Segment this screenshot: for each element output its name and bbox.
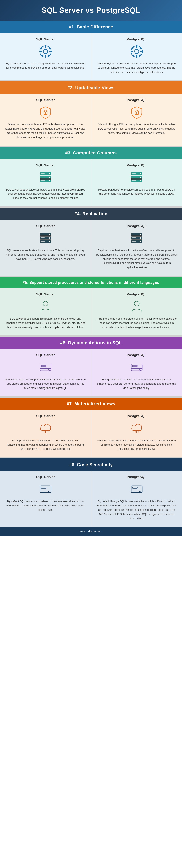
col-text-right-updateable-views: Views in PostgreSQL can be updated but n… (96, 122, 177, 135)
svg-rect-61 (132, 241, 136, 242)
svg-rect-79 (133, 487, 137, 488)
section-case-sensitivity: #8. Case Sensitivity SQL Server By defau… (0, 458, 182, 527)
svg-point-31 (49, 180, 50, 181)
col-text-left-stored-procedures: SQL server does support this feature. It… (5, 317, 86, 329)
section-header-case-sensitivity: #8. Case Sensitivity (0, 458, 182, 471)
section-title-stored-procedures: #5. Support stored procedures and stored… (4, 280, 178, 285)
icon-left-materialized-views (38, 421, 52, 436)
col-text-right-computed-columns: PostgreSQL does not provide computed col… (96, 188, 177, 196)
col-header-left-materialized-views: SQL Server (36, 414, 54, 418)
page-header: SQL Server vs PostgreSQL (0, 0, 182, 21)
icon-right-case-sensitivity (130, 482, 144, 496)
col-header-right-stored-procedures: PostgreSQL (126, 292, 146, 297)
section-body-case-sensitivity: SQL Server By default SQL server is cons… (0, 471, 182, 527)
svg-point-62 (43, 301, 48, 306)
icon-right-replication (130, 231, 144, 245)
svg-rect-34 (41, 180, 45, 181)
col-left-basic-difference: SQL Server SQL server is a database mana… (0, 33, 91, 80)
svg-point-30 (49, 177, 50, 178)
section-stored-procedures: #5. Support stored procedures and stored… (0, 277, 182, 337)
svg-point-47 (49, 234, 50, 235)
col-text-right-replication: Replication in Postgres is in the form o… (96, 248, 177, 270)
page-title: SQL Server vs PostgreSQL (4, 6, 178, 14)
section-materialized-views: #7. Materialized Views SQL Server Yes, i… (0, 398, 182, 458)
section-header-computed-columns: #3. Computed Columns (0, 147, 182, 159)
col-left-stored-procedures: SQL Server SQL server does support this … (0, 288, 91, 335)
icon-left-basic-difference (38, 44, 52, 59)
svg-point-48 (49, 237, 50, 239)
section-body-dynamic-actions: SQL Server SQL server does not support t… (0, 349, 182, 396)
svg-rect-32 (41, 173, 45, 174)
svg-point-56 (140, 234, 141, 235)
sections-container: #1. Basic Difference SQL Server SQL serv… (0, 21, 182, 527)
section-header-dynamic-actions: #6. Dynamic Actions in SQL (0, 337, 182, 349)
col-left-materialized-views: SQL Server Yes, it provides the faciliti… (0, 410, 91, 457)
col-header-left-stored-procedures: SQL Server (36, 292, 54, 297)
col-left-case-sensitivity: SQL Server By default SQL server is cons… (0, 471, 91, 527)
icon-right-dynamic-actions (130, 360, 144, 374)
icon-left-replication (38, 231, 52, 245)
col-text-left-replication: SQL server can replicate all sorts of da… (5, 248, 86, 261)
svg-point-21 (44, 110, 46, 112)
svg-point-63 (134, 301, 139, 306)
section-title-computed-columns: #3. Computed Columns (4, 150, 178, 156)
svg-rect-12 (136, 45, 137, 48)
col-left-replication: SQL Server SQL server can replicate all … (0, 220, 91, 276)
col-text-left-dynamic-actions: SQL server does not support this feature… (5, 377, 86, 390)
section-header-updateable-views: #2. Updateable Views (0, 82, 182, 94)
section-body-replication: SQL Server SQL server can replicate all … (0, 220, 182, 276)
icon-left-dynamic-actions (38, 360, 52, 374)
svg-rect-4 (39, 51, 42, 52)
icon-left-computed-columns (38, 170, 52, 185)
svg-rect-51 (41, 237, 45, 238)
col-header-left-dynamic-actions: SQL Server (36, 353, 54, 357)
col-right-materialized-views: PostgreSQL Postgres does not provide fac… (91, 410, 182, 457)
col-header-right-replication: PostgreSQL (126, 224, 146, 228)
section-replication: #4. Replication SQL Server SQL server ca… (0, 208, 182, 277)
section-header-basic-difference: #1. Basic Difference (0, 21, 182, 33)
col-right-basic-difference: PostgreSQL PostgreSQL is an advanced ver… (91, 33, 182, 80)
section-body-materialized-views: SQL Server Yes, it provides the faciliti… (0, 410, 182, 457)
svg-point-24 (136, 110, 138, 112)
col-text-right-case-sensitivity: By default PostgreSQL is case sensitive … (96, 499, 177, 521)
section-dynamic-actions: #6. Dynamic Actions in SQL SQL Server SQ… (0, 337, 182, 397)
col-header-right-materialized-views: PostgreSQL (126, 414, 146, 418)
col-header-left-updateable-views: SQL Server (36, 98, 54, 102)
svg-rect-67 (41, 365, 46, 367)
col-text-left-basic-difference: SQL server is a database management syst… (5, 62, 86, 70)
svg-rect-14 (131, 51, 133, 52)
svg-rect-5 (49, 51, 51, 52)
svg-point-40 (140, 180, 141, 181)
col-right-case-sensitivity: PostgreSQL By default PostgreSQL is case… (91, 471, 182, 527)
page-footer: www.educba.com (0, 527, 182, 536)
svg-rect-43 (132, 180, 136, 181)
section-body-computed-columns: SQL Server SQL server does provide compu… (0, 159, 182, 206)
svg-rect-52 (41, 241, 45, 242)
col-text-right-dynamic-actions: PostgreSQL does provide this feature and… (96, 377, 177, 390)
svg-point-57 (140, 237, 141, 239)
svg-rect-2 (45, 45, 46, 48)
svg-point-29 (49, 173, 50, 174)
svg-rect-3 (45, 55, 46, 58)
footer-url: www.educba.com (80, 530, 102, 533)
section-title-basic-difference: #1. Basic Difference (4, 24, 178, 30)
col-header-right-computed-columns: PostgreSQL (126, 163, 146, 167)
icon-right-basic-difference (130, 44, 144, 59)
svg-rect-33 (41, 177, 45, 177)
col-header-right-dynamic-actions: PostgreSQL (126, 353, 146, 357)
svg-point-38 (140, 173, 141, 174)
col-text-left-case-sensitivity: By default SQL server is considered to b… (5, 499, 86, 512)
icon-right-updateable-views (130, 105, 144, 119)
col-left-dynamic-actions: SQL Server SQL server does not support t… (0, 349, 91, 396)
section-title-dynamic-actions: #6. Dynamic Actions in SQL (4, 340, 178, 345)
col-right-stored-procedures: PostgreSQL Here there is no need to crea… (91, 288, 182, 335)
svg-rect-71 (133, 365, 137, 367)
col-right-dynamic-actions: PostgreSQL PostgreSQL does provide this … (91, 349, 182, 396)
col-right-updateable-views: PostgreSQL Views in PostgreSQL can be up… (91, 94, 182, 145)
col-header-left-case-sensitivity: SQL Server (36, 475, 54, 479)
section-body-stored-procedures: SQL Server SQL server does support this … (0, 288, 182, 335)
col-header-right-updateable-views: PostgreSQL (126, 98, 146, 102)
col-right-computed-columns: PostgreSQL PostgreSQL does not provide c… (91, 159, 182, 206)
icon-left-stored-procedures (38, 300, 52, 314)
svg-rect-50 (41, 234, 45, 235)
